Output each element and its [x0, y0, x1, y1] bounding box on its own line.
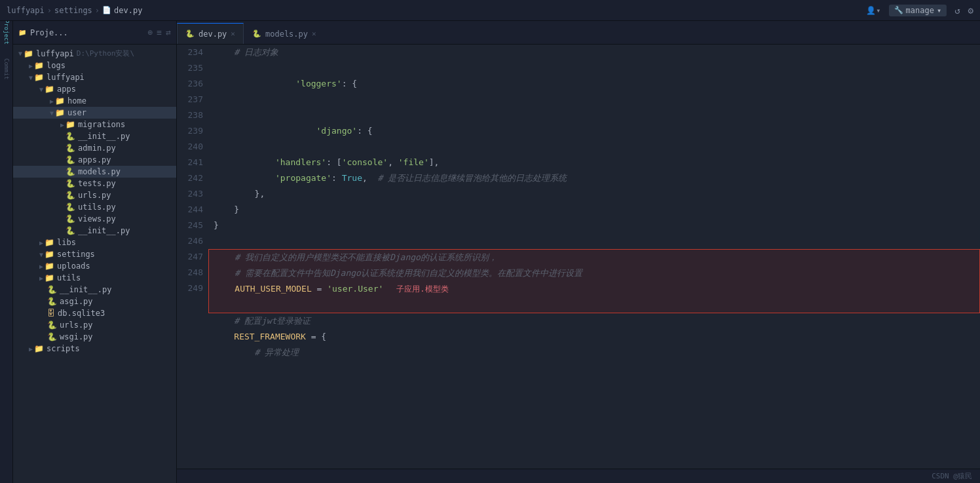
tree-item-logs[interactable]: ▶ 📁 logs [13, 60, 176, 71]
tree-new-icon[interactable]: ⊕ [148, 28, 153, 37]
code-line-235: ● 'loggers': { [208, 60, 980, 107]
code-line-238: 'propagate': True, # 是否让日志信息继续冒泡给其他的日志处理… [208, 170, 980, 186]
tree-item-settings[interactable]: ▼ 📁 settings [13, 248, 176, 260]
py-file-icon: 🐍 [66, 191, 75, 200]
file-tree-header-icons: ⊕ ≡ ⇄ [148, 28, 171, 37]
status-text: CSDN @猿民 [932, 471, 972, 481]
tab-dev-py[interactable]: 🐍 dev.py ✕ [177, 23, 244, 44]
file-icon: 📄 [102, 6, 111, 14]
tree-expand-icon[interactable]: ⇄ [166, 28, 171, 37]
file-tree: 📁 Proje... ⊕ ≡ ⇄ ▼ 📁 luffyapi D:\Python安… [13, 21, 177, 483]
code-line-236: ● 'django': { [208, 107, 980, 155]
code-line-234: # 日志对象 [208, 45, 980, 60]
tree-item-db[interactable]: 🗄 db.sqlite3 [13, 307, 176, 319]
folder-icon: 📁 [45, 261, 54, 271]
settings-icon[interactable]: ⚙ [968, 5, 973, 16]
refresh-icon[interactable]: ↺ [954, 5, 960, 16]
code-line-245: AUTH_USER_MODEL = 'user.User' 子应用.模型类 [208, 281, 980, 297]
top-bar-right: 👤▾ 🔧 manage ▾ ↺ ⚙ [866, 5, 973, 16]
main-layout: Project Commit 📁 Proje... ⊕ ≡ ⇄ ▼ 📁 luff… [0, 21, 980, 483]
tree-root[interactable]: ▼ 📁 luffyapi D:\Python安装\ [13, 47, 176, 60]
user-icon[interactable]: 👤▾ [866, 6, 880, 15]
tab-close-dev[interactable]: ✕ [231, 29, 235, 38]
folder-icon: 📁 [34, 61, 44, 70]
tree-item-luffyapi[interactable]: ▼ 📁 luffyapi [13, 71, 176, 83]
status-bar: CSDN @猿民 [177, 469, 980, 483]
tree-item-tests[interactable]: 🐍 tests.py [13, 178, 176, 189]
top-bar: luffyapi › settings › 📄 dev.py 👤▾ 🔧 mana… [0, 0, 980, 21]
folder-icon: 📁 [66, 120, 75, 129]
tree-item-models[interactable]: 🐍 models.py [13, 166, 176, 178]
tree-item-utils[interactable]: 🐍 utils.py [13, 201, 176, 213]
breadcrumb: luffyapi › settings › 📄 dev.py [7, 6, 142, 15]
sidebar-commit-icon[interactable]: Commit [1, 63, 12, 75]
manage-button[interactable]: 🔧 manage ▾ [889, 5, 947, 16]
file-tree-body: ▼ 📁 luffyapi D:\Python安装\ ▶ 📁 logs ▼ 📁 l… [13, 45, 176, 483]
breadcrumb-file: 📄 dev.py [102, 6, 142, 15]
file-tree-title: Proje... [30, 28, 144, 37]
tree-item-home[interactable]: ▶ 📁 home [13, 95, 176, 107]
py-file-icon: 🐍 [47, 332, 57, 341]
py-file-icon: 🐍 [66, 226, 75, 235]
tree-item-user[interactable]: ▼ 📁 user [13, 107, 176, 119]
py-file-icon: 🐍 [47, 285, 57, 294]
tree-item-init1[interactable]: 🐍 __init__.py [13, 130, 176, 142]
tab-close-models[interactable]: ✕ [312, 29, 316, 38]
tab-file-icon: 🐍 [252, 29, 261, 38]
tree-item-scripts[interactable]: ▶ 📁 scripts [13, 343, 176, 355]
code-line-240: } [208, 202, 980, 218]
tree-item-asgi[interactable]: 🐍 asgi.py [13, 296, 176, 307]
tree-item-urls[interactable]: 🐍 urls.py [13, 189, 176, 201]
code-line-249: # 异常处理 [208, 345, 980, 360]
py-file-icon: 🐍 [66, 144, 75, 153]
tree-item-apps[interactable]: ▼ 📁 apps [13, 83, 176, 95]
code-content[interactable]: # 日志对象 ● 'loggers': { ● 'django': { [208, 45, 980, 469]
tab-models-py[interactable]: 🐍 models.py ✕ [244, 23, 325, 44]
code-line-241: } [208, 218, 980, 233]
code-line-243: # 我们自定义的用户模型类还不能直接被Django的认证系统所识别， [208, 249, 980, 265]
code-line-248: REST_FRAMEWORK = { [208, 329, 980, 345]
tree-item-apps-py[interactable]: 🐍 apps.py [13, 154, 176, 166]
py-file-icon: 🐍 [66, 132, 75, 141]
sidebar-project-icon[interactable]: Project [1, 26, 12, 38]
tab-bar: 🐍 dev.py ✕ 🐍 models.py ✕ [177, 21, 980, 45]
file-tree-header: 📁 Proje... ⊕ ≡ ⇄ [13, 21, 176, 45]
tree-item-urls-root[interactable]: 🐍 urls.py [13, 319, 176, 331]
tree-item-views[interactable]: 🐍 views.py [13, 213, 176, 225]
code-line-246 [208, 297, 980, 313]
py-file-icon: 🐍 [47, 320, 57, 330]
py-file-icon: 🐍 [47, 297, 57, 306]
code-line-244: # 需要在配置文件中告知Django认证系统使用我们自定义的模型类。在配置文件中… [208, 265, 980, 281]
tree-item-admin[interactable]: 🐍 admin.py [13, 142, 176, 154]
arrow-icon: ▼ [18, 50, 22, 57]
tree-item-init-root[interactable]: 🐍 __init__.py [13, 284, 176, 296]
folder-icon: 📁 [34, 73, 44, 82]
tree-item-wsgi[interactable]: 🐍 wsgi.py [13, 331, 176, 343]
code-line-242 [208, 233, 980, 249]
sidebar-icons: Project Commit [0, 21, 13, 483]
code-line-237: 'handlers': ['console', 'file'], [208, 155, 980, 170]
py-file-icon: 🐍 [66, 179, 75, 188]
tree-item-uploads[interactable]: ▶ 📁 uploads [13, 260, 176, 272]
tab-file-icon: 🐍 [185, 29, 195, 38]
code-editor[interactable]: 234 235 236 237 238 239 240 241 242 243 … [177, 45, 980, 469]
tree-item-migrations[interactable]: ▶ 📁 migrations [13, 119, 176, 130]
editor-area: 🐍 dev.py ✕ 🐍 models.py ✕ 234 235 236 237… [177, 21, 980, 483]
tree-item-libs[interactable]: ▶ 📁 libs [13, 237, 176, 248]
folder-icon: 📁 [34, 344, 44, 353]
py-file-icon: 🐍 [66, 155, 75, 164]
folder-icon: 📁 [45, 250, 54, 259]
tree-item-utils-folder[interactable]: ▶ 📁 utils [13, 272, 176, 284]
annotation-bubble: 子应用.模型类 [396, 281, 448, 297]
folder-icon: 📁 [45, 238, 54, 247]
tree-item-init2[interactable]: 🐍 __init__.py [13, 225, 176, 237]
folder-icon: 📁 [55, 96, 65, 106]
tree-menu-icon[interactable]: ≡ [157, 28, 162, 37]
breadcrumb-settings[interactable]: settings [54, 6, 92, 15]
folder-icon: 📁 [55, 108, 65, 117]
db-file-icon: 🗄 [47, 309, 55, 318]
folder-icon: 📁 [45, 85, 54, 94]
breadcrumb-luffyapi[interactable]: luffyapi [7, 6, 45, 15]
py-file-icon: 🐍 [66, 167, 75, 176]
folder-icon: 📁 [45, 273, 54, 282]
